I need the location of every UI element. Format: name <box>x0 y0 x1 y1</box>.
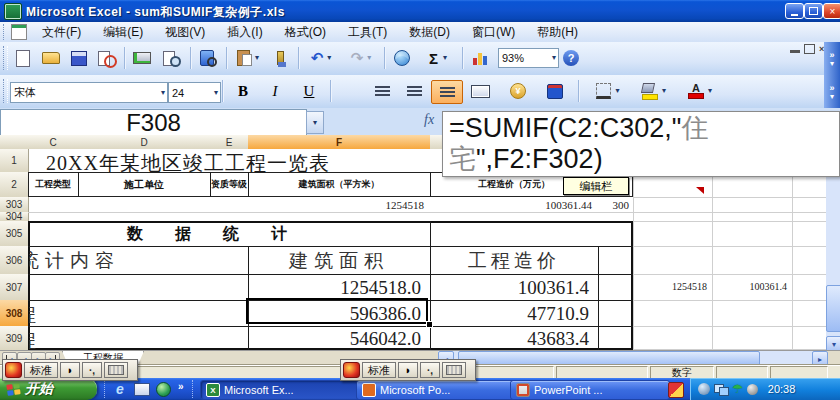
redo-button[interactable]: ↷▾ <box>344 47 378 69</box>
row-header-1[interactable]: 1 <box>0 149 29 173</box>
cell-j307[interactable]: 100361.4 <box>715 277 787 297</box>
cell-f307[interactable]: 1254518.0 <box>249 276 421 299</box>
bold-button[interactable]: B <box>230 80 256 102</box>
permission-button[interactable] <box>96 47 118 69</box>
menu-help[interactable]: 帮助(H) <box>526 22 589 43</box>
column-header-f-selected[interactable]: F <box>248 135 431 150</box>
menu-window[interactable]: 窗口(W) <box>461 22 526 43</box>
menu-drag-handle[interactable] <box>3 24 8 40</box>
toolbar-options-button[interactable]: »▾ <box>829 83 834 101</box>
cell-g303[interactable]: 100361.44 <box>430 198 592 212</box>
font-color-button[interactable]: A▾ <box>682 80 718 102</box>
toolbar-drag-handle[interactable] <box>3 79 8 103</box>
row-header-309[interactable]: 309 <box>0 326 29 351</box>
cell-f303[interactable]: 1254518 <box>248 198 424 212</box>
quicklaunch-handle[interactable] <box>104 380 108 398</box>
currency-button[interactable]: ¥ <box>503 80 533 102</box>
start-button[interactable]: 开始 <box>0 378 97 400</box>
undo-button[interactable]: ↶▾ <box>304 47 338 69</box>
print-preview-button[interactable] <box>160 47 184 69</box>
task-button-excel[interactable]: X Microsoft Ex... <box>200 380 362 400</box>
cell-c2-header[interactable]: 工程类型 <box>29 173 77 196</box>
taskband-handle[interactable] <box>192 380 196 398</box>
zoom-combobox[interactable]: 93%▾ <box>498 48 559 68</box>
stats-title-cell[interactable]: 数 据 统 计 <box>28 224 400 244</box>
autosum-button[interactable]: Σ▾ <box>420 47 456 69</box>
cell-c309[interactable]: 程 <box>29 328 89 349</box>
select-all-corner[interactable] <box>0 135 29 150</box>
menu-edit[interactable]: 编辑(E) <box>92 22 154 43</box>
align-left-button[interactable] <box>367 80 397 102</box>
cell-g309[interactable]: 43683.4 <box>431 328 589 349</box>
menu-tools[interactable]: 工具(T) <box>337 22 398 43</box>
format-painter-button[interactable] <box>270 47 292 69</box>
formula-bar-magnified[interactable]: =SUMIF(C2:C302,"住 宅",F2:F302) <box>442 111 840 177</box>
align-center-button[interactable] <box>399 80 429 102</box>
row-header-307[interactable]: 307 <box>0 274 29 301</box>
column-header-e[interactable]: E <box>210 135 249 150</box>
cell-f2-header[interactable]: 建筑面积（平方米） <box>289 173 389 196</box>
horizontal-scrollbar[interactable]: ◂ ▸ <box>438 351 826 365</box>
row-header-2[interactable]: 2 <box>0 172 29 198</box>
style-button[interactable] <box>540 80 570 102</box>
row-header-305[interactable]: 305 <box>0 221 29 247</box>
italic-button[interactable]: I <box>262 80 288 102</box>
workbook-restore-button[interactable] <box>804 44 815 54</box>
menu-format[interactable]: 格式(O) <box>274 22 337 43</box>
workbook-minimize-button[interactable] <box>790 50 800 53</box>
align-right-button[interactable] <box>431 80 463 104</box>
cell-f309[interactable]: 546042.0 <box>249 328 421 349</box>
cell-g308[interactable]: 47710.9 <box>431 302 589 325</box>
tray-network-icon[interactable] <box>714 384 728 395</box>
cell-c306[interactable]: 统计内容 <box>29 248 247 273</box>
msn-sphere-icon[interactable] <box>156 382 171 397</box>
show-desktop-icon[interactable] <box>134 383 150 396</box>
name-box-dropdown[interactable]: ▾ <box>306 111 324 134</box>
font-name-combobox[interactable]: 宋体▾ <box>10 82 168 103</box>
menu-insert[interactable]: 插入(I) <box>216 22 273 43</box>
toolbar-options-button[interactable]: »▾ <box>829 50 834 68</box>
column-header-d[interactable]: D <box>78 135 211 150</box>
ie-quicklaunch-icon[interactable]: e <box>112 381 128 397</box>
name-box[interactable]: F308 <box>0 109 307 136</box>
menu-data[interactable]: 数据(D) <box>398 22 461 43</box>
ime-logo-icon[interactable] <box>343 362 360 378</box>
fill-color-button[interactable]: ▾ <box>636 80 672 102</box>
quicklaunch-more-icon[interactable]: » <box>178 381 184 392</box>
research-button[interactable] <box>196 47 220 69</box>
open-button[interactable] <box>40 47 62 69</box>
task-button-powerpoint-1[interactable]: Microsoft Po... <box>356 380 516 400</box>
ime-mode-button[interactable]: 标准 <box>362 362 396 378</box>
sheet-title-cell[interactable]: 20XX年某地区竣工工程一览表 <box>46 150 476 172</box>
vertical-scroll-thumb[interactable] <box>826 285 840 332</box>
cell-h303[interactable]: 300 <box>598 198 629 212</box>
cell-g306[interactable]: 工程造价 <box>431 248 597 273</box>
fx-icon[interactable]: fx <box>424 112 434 128</box>
ime-logo-icon[interactable] <box>5 362 22 378</box>
tray-volume-icon[interactable] <box>698 383 710 395</box>
row-header-306[interactable]: 306 <box>0 246 29 275</box>
ime-fullwidth-button[interactable]: ◗ <box>398 362 418 378</box>
hyperlink-button[interactable] <box>390 47 414 69</box>
cell-c308[interactable]: 程 <box>29 302 89 325</box>
cell-f306[interactable]: 建筑面积 <box>249 248 429 273</box>
cell-d2-header[interactable]: 施工单位 <box>79 173 209 196</box>
column-header-c[interactable]: C <box>28 135 79 150</box>
menu-file[interactable]: 文件(F) <box>31 22 92 43</box>
print-button[interactable] <box>130 47 154 69</box>
tray-antivirus-umbrella-icon[interactable]: ☂ <box>732 383 743 395</box>
minimize-button[interactable] <box>785 3 804 19</box>
menu-view[interactable]: 视图(V) <box>154 22 216 43</box>
task-button-powerpoint-2[interactable]: PowerPoint ... <box>510 380 670 400</box>
ime-punctuation-button[interactable]: ·, <box>420 362 440 378</box>
merge-center-button[interactable] <box>465 80 495 102</box>
font-size-combobox[interactable]: 24▾ <box>168 82 221 103</box>
row-header-308-selected[interactable]: 308 <box>0 300 29 327</box>
ime-softkeyboard-button[interactable] <box>442 362 466 378</box>
ime-mode-button[interactable]: 标准 <box>24 362 58 378</box>
language-bar-icon[interactable] <box>668 382 684 398</box>
cell-e2-header[interactable]: 资质等级 <box>211 173 247 196</box>
underline-button[interactable]: U <box>296 80 322 102</box>
new-button[interactable] <box>12 47 34 69</box>
tray-misc-icon[interactable] <box>747 384 758 395</box>
